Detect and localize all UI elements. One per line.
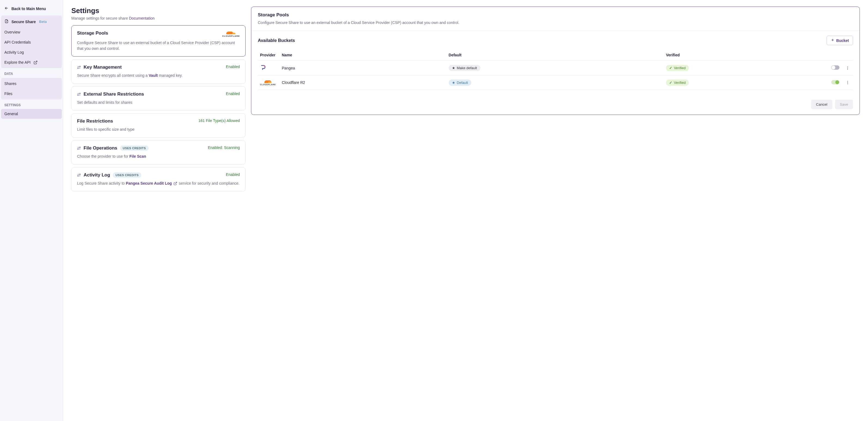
enable-toggle[interactable] <box>831 80 839 84</box>
col-provider: Provider <box>258 50 280 61</box>
svg-point-2 <box>847 69 848 69</box>
section-label-data: DATA <box>1 69 62 77</box>
card-file-restrictions[interactable]: File Restrictions 161 File Type(s) Allow… <box>71 113 246 138</box>
sidebar-item-label: Files <box>4 91 12 96</box>
sidebar-item-shares[interactable]: Shares <box>1 79 62 89</box>
check-icon: ✓ <box>669 81 672 85</box>
svg-point-5 <box>847 83 848 84</box>
add-bucket-label: Bucket <box>836 38 849 43</box>
storage-pools-panel: Storage Pools Configure Secure Share to … <box>251 6 860 115</box>
status-badge: 161 File Type(s) Allowed <box>198 118 240 123</box>
card-desc: Secure Share encrypts all content using … <box>77 73 240 79</box>
sidebar: Back to Main Menu Secure Share Beta Over… <box>0 0 63 421</box>
bucket-name: Pangea <box>280 61 446 76</box>
card-title: File Operations <box>84 145 117 151</box>
star-icon: ★ <box>452 66 455 70</box>
documentation-link[interactable]: Documentation <box>129 16 155 21</box>
plus-icon <box>831 38 835 43</box>
swap-icon <box>77 92 81 96</box>
svg-point-1 <box>847 67 848 68</box>
svg-point-3 <box>847 81 848 82</box>
status-badge: Enabled <box>226 91 240 96</box>
table-row: CLOUDFLARE Cloudflare R2 ★ Default <box>258 76 853 90</box>
panel-title: Storage Pools <box>258 12 853 18</box>
sidebar-item-api-credentials[interactable]: API Credentials <box>1 37 62 47</box>
swap-icon <box>77 146 81 150</box>
default-badge: ★ Default <box>449 80 471 86</box>
file-plus-icon <box>4 19 9 24</box>
audit-log-link[interactable]: Pangea Secure Audit Log <box>126 181 172 185</box>
enable-toggle[interactable] <box>831 65 839 70</box>
add-bucket-button[interactable]: Bucket <box>827 36 853 45</box>
divider <box>251 30 860 31</box>
status-badge: Enabled: Scanning <box>208 145 240 150</box>
external-link-icon <box>33 60 38 64</box>
col-verified: Verified <box>664 50 829 61</box>
card-storage-pools[interactable]: Storage Pools CLOUDFLARE Configure Secur… <box>71 25 246 57</box>
bucket-name: Cloudflare R2 <box>280 76 446 90</box>
page-subtitle: Manage settings for secure share Documen… <box>71 16 246 21</box>
card-title: Storage Pools <box>77 30 108 36</box>
make-default-button[interactable]: ★ Make default <box>449 65 480 71</box>
card-key-management[interactable]: Key Management Enabled Secure Share encr… <box>71 59 246 84</box>
sidebar-item-label: API Credentials <box>4 40 31 44</box>
card-title: Key Management <box>84 64 122 70</box>
status-badge: Enabled <box>226 172 240 177</box>
card-desc: Set defaults and limits for shares <box>77 100 240 106</box>
sidebar-item-label: Overview <box>4 30 20 34</box>
uses-credits-pill: USES CREDITS <box>120 145 149 151</box>
cancel-button[interactable]: Cancel <box>811 100 832 109</box>
available-buckets-title: Available Buckets <box>258 38 295 43</box>
status-badge: Enabled <box>226 64 240 69</box>
save-button[interactable]: Save <box>835 100 853 109</box>
verified-badge: ✓ Verified <box>666 65 689 71</box>
card-desc: Limit files to specific size and type <box>77 127 240 132</box>
section-label-settings: SETTINGS <box>1 100 62 109</box>
svg-point-0 <box>847 66 848 67</box>
panel-actions: Cancel Save <box>251 95 860 115</box>
sidebar-top-block: Secure Share Beta Overview API Credentia… <box>1 16 62 68</box>
page-title: Settings <box>71 6 246 15</box>
file-scan-link[interactable]: File Scan <box>129 154 146 158</box>
card-title: File Restrictions <box>77 118 113 124</box>
sidebar-item-secure-share[interactable]: Secure Share Beta <box>1 16 62 27</box>
col-default: Default <box>446 50 664 61</box>
sidebar-item-label: Secure Share <box>11 20 36 24</box>
card-desc: Log Secure Share activity to Pangea Secu… <box>77 181 240 186</box>
card-external-share-restrictions[interactable]: External Share Restrictions Enabled Set … <box>71 86 246 111</box>
sidebar-item-label: Shares <box>4 82 16 86</box>
sidebar-item-general[interactable]: General <box>1 109 62 119</box>
buckets-table: Provider Name Default Verified <box>258 50 853 90</box>
card-title: External Share Restrictions <box>84 91 144 97</box>
back-to-main-menu[interactable]: Back to Main Menu <box>1 2 62 15</box>
sidebar-item-label: Explore the API <box>4 60 31 64</box>
pangea-logo-icon <box>260 64 266 70</box>
row-menu-button[interactable] <box>844 79 851 86</box>
row-menu-button[interactable] <box>844 65 851 71</box>
panel-desc: Configure Secure Share to use an externa… <box>258 20 853 26</box>
card-activity-log[interactable]: Activity Log USES CREDITS Enabled Log Se… <box>71 167 246 191</box>
uses-credits-pill: USES CREDITS <box>113 172 141 178</box>
sidebar-item-label: General <box>4 112 18 116</box>
settings-list: Settings Manage settings for secure shar… <box>71 6 246 194</box>
card-file-operations[interactable]: File Operations USES CREDITS Enabled: Sc… <box>71 140 246 164</box>
main-content: Settings Manage settings for secure shar… <box>63 0 868 421</box>
sidebar-item-files[interactable]: Files <box>1 89 62 98</box>
sidebar-item-label: Activity Log <box>4 50 24 55</box>
star-icon: ★ <box>452 81 455 85</box>
table-row: Pangea ★ Make default ✓ Verified <box>258 61 853 76</box>
svg-point-4 <box>847 82 848 83</box>
sidebar-item-overview[interactable]: Overview <box>1 27 62 37</box>
col-name: Name <box>280 50 446 61</box>
sidebar-data-block: Shares Files <box>1 78 62 99</box>
card-desc: Configure Secure Share to use an externa… <box>77 40 240 52</box>
vault-link[interactable]: Vault <box>149 73 158 78</box>
beta-tag: Beta <box>39 20 47 24</box>
sidebar-item-activity-log[interactable]: Activity Log <box>1 48 62 57</box>
external-link-icon <box>174 182 177 185</box>
sidebar-item-explore-api[interactable]: Explore the API <box>1 57 62 67</box>
card-desc: Choose the provider to use for File Scan <box>77 154 240 159</box>
back-label: Back to Main Menu <box>11 6 46 11</box>
cloudflare-logo-icon: CLOUDFLARE <box>222 30 240 37</box>
arrow-left-icon <box>4 6 9 11</box>
